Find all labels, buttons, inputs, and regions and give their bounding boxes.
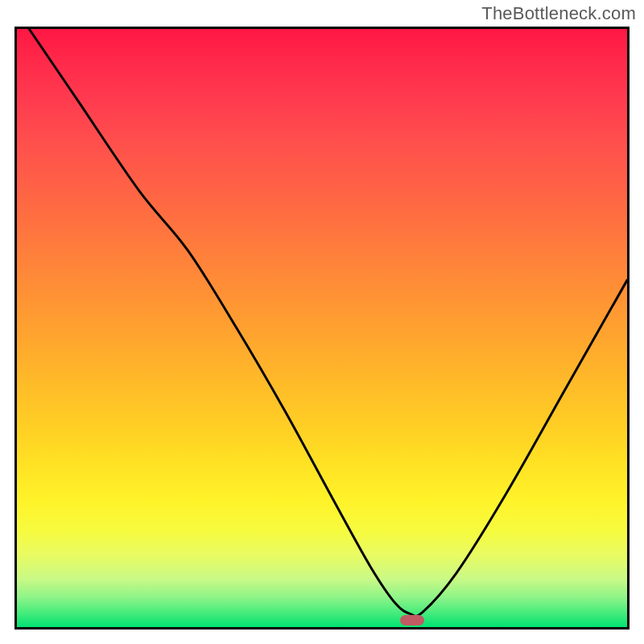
watermark-text: TheBottleneck.com	[481, 3, 636, 24]
chart-stage: TheBottleneck.com	[0, 0, 644, 644]
gradient-background	[17, 29, 627, 627]
optimum-marker	[400, 615, 424, 625]
